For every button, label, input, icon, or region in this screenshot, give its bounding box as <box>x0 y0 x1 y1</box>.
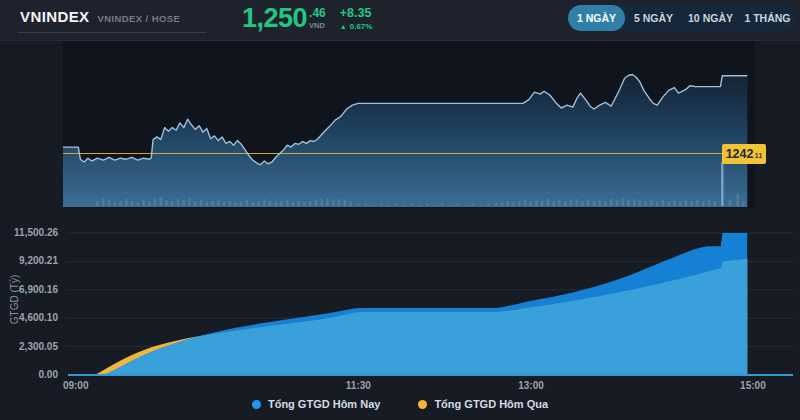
volume-bar <box>171 201 173 206</box>
title-row: VNINDEX VNINDEX / HOSE <box>20 8 180 25</box>
y-tick-label: 0.00 <box>0 369 58 380</box>
range-button-3[interactable]: 10 NGÀY <box>682 5 739 31</box>
volume-bar <box>593 201 595 206</box>
volume-bar <box>292 202 294 206</box>
chart-canvas[interactable] <box>0 0 800 420</box>
volume-bar <box>449 205 451 206</box>
volume-bar <box>211 201 213 206</box>
legend-item-1[interactable]: Tổng GTGD Hôm Nay <box>252 398 380 410</box>
volume-bar <box>380 204 382 206</box>
reference-price-main: 1242 <box>726 147 754 161</box>
volume-bar <box>472 204 474 206</box>
price-unit-label: VND <box>309 21 326 30</box>
volume-bar <box>656 201 658 206</box>
volume-bar <box>206 202 208 206</box>
volume-bar <box>372 205 374 206</box>
volume-bar <box>564 201 566 206</box>
volume-bar <box>737 194 739 206</box>
volume-bar <box>357 204 359 206</box>
legend-dot-icon <box>418 400 427 409</box>
volume-bar <box>365 204 367 206</box>
volume-bar <box>280 201 282 206</box>
volume-bar <box>160 197 162 206</box>
volume-bar <box>530 201 532 206</box>
volume-bar <box>321 199 323 206</box>
volume-bar <box>507 201 509 206</box>
legend-label: Tổng GTGD Hôm Nay <box>268 398 380 410</box>
volume-bar <box>441 204 443 206</box>
volume-bar <box>188 198 190 206</box>
price-group: 1,250 .46 VND +8.35 ▲ 0.67% <box>242 3 372 33</box>
volume-bar <box>177 199 179 206</box>
volume-bar <box>742 201 744 206</box>
volume-bar <box>679 201 681 206</box>
header: VNINDEX VNINDEX / HOSE 1,250 .46 VND +8.… <box>0 0 800 41</box>
volume-bar <box>165 200 167 206</box>
x-tick-label: 13:00 <box>518 380 544 391</box>
volume-bar <box>662 200 664 206</box>
volume-bar <box>487 204 489 206</box>
volume-bar <box>154 199 156 206</box>
volume-bar <box>298 201 300 206</box>
volume-bar <box>246 200 248 206</box>
volume-bar <box>234 202 236 206</box>
range-button-4[interactable]: 1 THÁNG <box>739 5 796 31</box>
volume-bar <box>604 201 606 206</box>
y-tick-label: 4,600.10 <box>0 312 58 323</box>
volume-bar <box>114 202 116 206</box>
trading-app: VNINDEX VNINDEX / HOSE 1,250 .46 VND +8.… <box>0 0 800 420</box>
legend: Tổng GTGD Hôm NayTổng GTGD Hôm Qua <box>0 398 800 410</box>
volume-bar <box>183 200 185 206</box>
volume-bar <box>200 200 202 206</box>
volume-bar <box>326 198 328 206</box>
change-group: +8.35 ▲ 0.67% <box>340 7 373 31</box>
page-subtitle: VNINDEX / HOSE <box>97 13 180 24</box>
volume-bar <box>581 201 583 206</box>
volume-bar <box>702 201 704 206</box>
volume-bar <box>587 200 589 206</box>
volume-bar <box>627 200 629 206</box>
volume-bar <box>464 205 466 206</box>
reference-price-fraction: 11 <box>754 151 762 160</box>
volume-bar <box>275 202 277 206</box>
volume-bar <box>388 205 390 206</box>
volume-bar <box>194 201 196 206</box>
volume-bar <box>148 201 150 206</box>
volume-bar <box>457 204 459 206</box>
volume-bar <box>252 202 254 206</box>
range-button-group: 1 NGÀY5 NGÀY10 NGÀY1 THÁNG <box>568 5 796 31</box>
volume-bar <box>535 200 537 206</box>
volume-bar <box>229 201 231 206</box>
up-arrow-icon: ▲ <box>340 23 347 31</box>
volume-bar <box>349 201 351 206</box>
volume-bar <box>142 200 144 206</box>
range-button-2[interactable]: 5 NGÀY <box>625 5 682 31</box>
volume-bar <box>708 200 710 206</box>
y-tick-label: 11,500.26 <box>0 227 58 238</box>
volume-bar <box>518 201 520 206</box>
volume-bar <box>501 202 503 206</box>
volume-bar <box>673 200 675 206</box>
change-value: +8.35 <box>340 7 373 20</box>
volume-bar <box>125 199 127 206</box>
volume-bar <box>119 201 121 206</box>
volume-bar <box>137 202 139 206</box>
price-side: .46 VND <box>309 7 326 30</box>
volume-bar <box>729 200 731 206</box>
x-tick-label: 15:00 <box>740 380 766 391</box>
volume-bar <box>714 201 716 206</box>
volume-bar <box>315 200 317 206</box>
volume-bar <box>411 204 413 206</box>
volume-bar <box>524 200 526 206</box>
volume-bar <box>512 202 514 206</box>
range-button-1[interactable]: 1 NGÀY <box>568 5 625 31</box>
volume-bar <box>576 199 578 206</box>
y-tick-label: 2,300.05 <box>0 341 58 352</box>
volume-bar <box>721 162 723 206</box>
volume-bar <box>622 198 624 206</box>
volume-bar <box>650 200 652 206</box>
legend-item-2[interactable]: Tổng GTGD Hôm Qua <box>418 398 548 410</box>
volume-bar <box>263 199 265 206</box>
volume-bar <box>332 200 334 206</box>
volume-bar <box>102 198 104 206</box>
